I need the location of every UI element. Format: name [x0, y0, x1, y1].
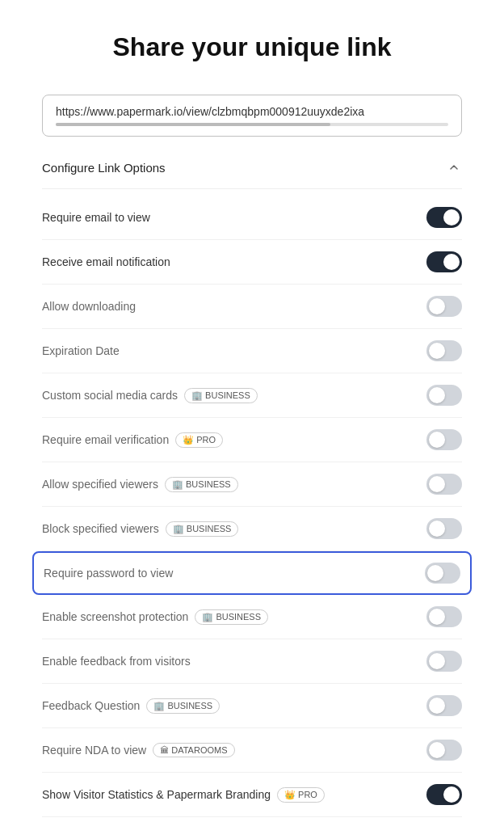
option-row-custom-social-media: Custom social media cards 🏢 BUSINESS	[42, 373, 462, 418]
url-scrollbar-thumb	[56, 123, 330, 126]
config-section: Configure Link Options Require email to …	[42, 159, 462, 817]
toggle-custom-social-media[interactable]	[426, 385, 462, 406]
option-label-require-password: Require password to view	[44, 567, 173, 580]
option-left: Receive email notification	[42, 255, 426, 268]
badge-business-social: 🏢 BUSINESS	[184, 388, 258, 403]
option-label-feedback-question: Feedback Question	[42, 699, 140, 712]
badge-business-screenshot: 🏢 BUSINESS	[195, 609, 268, 625]
option-left: Enable screenshot protection 🏢 BUSINESS	[42, 609, 426, 625]
option-left: Require NDA to view 🏛 DATAROOMS	[42, 743, 426, 757]
toggle-require-email[interactable]	[426, 207, 462, 228]
option-row-screenshot-protection: Enable screenshot protection 🏢 BUSINESS	[42, 595, 462, 639]
option-row-block-specified-viewers: Block specified viewers 🏢 BUSINESS	[42, 507, 462, 551]
config-title: Configure Link Options	[42, 161, 166, 175]
option-left: Allow specified viewers 🏢 BUSINESS	[42, 477, 426, 492]
option-left: Allow downloading	[42, 300, 426, 313]
toggle-allow-downloading[interactable]	[426, 296, 462, 317]
toggle-require-password[interactable]	[425, 563, 460, 584]
option-left: Feedback Question 🏢 BUSINESS	[42, 698, 426, 714]
option-row-feedback-question: Feedback Question 🏢 BUSINESS	[42, 684, 462, 728]
option-row-allow-specified-viewers: Allow specified viewers 🏢 BUSINESS	[42, 462, 462, 507]
option-label-require-nda: Require NDA to view	[42, 744, 146, 757]
url-container: https://www.papermark.io/view/clzbmqbpm0…	[42, 95, 462, 137]
option-left: Show Visitor Statistics & Papermark Bran…	[42, 787, 426, 803]
option-label-enable-feedback: Enable feedback from visitors	[42, 655, 191, 668]
option-label-receive-email: Receive email notification	[42, 255, 170, 268]
option-row-email-verification: Require email verification 👑 PRO	[42, 418, 462, 462]
page-wrapper: Share your unique link https://www.paper…	[0, 0, 504, 839]
option-row-require-nda: Require NDA to view 🏛 DATAROOMS	[42, 728, 462, 773]
option-row-allow-downloading: Allow downloading	[42, 285, 462, 329]
option-row-require-email: Require email to view	[42, 196, 462, 240]
option-label-allow-downloading: Allow downloading	[42, 300, 136, 313]
option-row-require-password: Require password to view	[32, 551, 472, 595]
option-row-enable-feedback: Enable feedback from visitors	[42, 639, 462, 684]
toggle-email-verification[interactable]	[426, 429, 462, 450]
option-label-email-verification: Require email verification	[42, 433, 169, 446]
option-label-screenshot-protection: Enable screenshot protection	[42, 610, 188, 623]
badge-business-block: 🏢 BUSINESS	[166, 521, 239, 537]
toggle-receive-email[interactable]	[426, 251, 462, 272]
toggle-block-specified-viewers[interactable]	[426, 518, 462, 539]
toggle-enable-feedback[interactable]	[426, 651, 462, 672]
toggle-screenshot-protection[interactable]	[426, 606, 462, 627]
badge-pro-statistics: 👑 PRO	[277, 787, 325, 803]
badge-business-feedback: 🏢 BUSINESS	[146, 698, 220, 714]
config-header: Configure Link Options	[42, 159, 462, 189]
toggle-require-nda[interactable]	[426, 740, 462, 761]
toggle-expiration-date[interactable]	[426, 340, 462, 361]
option-row-visitor-statistics: Show Visitor Statistics & Papermark Bran…	[42, 773, 462, 817]
option-row-receive-email: Receive email notification	[42, 240, 462, 285]
toggle-visitor-statistics[interactable]	[426, 784, 462, 805]
option-label-require-email: Require email to view	[42, 211, 150, 224]
option-left: Require email verification 👑 PRO	[42, 432, 426, 448]
option-label-allow-specified-viewers: Allow specified viewers	[42, 478, 158, 491]
option-label-visitor-statistics: Show Visitor Statistics & Papermark Bran…	[42, 788, 271, 801]
option-left: Block specified viewers 🏢 BUSINESS	[42, 521, 426, 537]
option-left: Require email to view	[42, 211, 426, 224]
url-text: https://www.papermark.io/view/clzbmqbpm0…	[56, 105, 448, 118]
badge-datarooms-nda: 🏛 DATAROOMS	[153, 743, 234, 757]
page-title: Share your unique link	[113, 32, 392, 62]
option-label-custom-social-media: Custom social media cards	[42, 389, 178, 402]
chevron-up-icon[interactable]	[446, 159, 462, 175]
option-left: Enable feedback from visitors	[42, 655, 426, 668]
badge-business-viewers: 🏢 BUSINESS	[165, 477, 238, 492]
option-label-block-specified-viewers: Block specified viewers	[42, 522, 159, 535]
toggle-allow-specified-viewers[interactable]	[426, 474, 462, 495]
toggle-feedback-question[interactable]	[426, 695, 462, 716]
option-left: Expiration Date	[42, 344, 426, 357]
option-left: Custom social media cards 🏢 BUSINESS	[42, 388, 426, 403]
url-scrollbar	[56, 123, 448, 126]
badge-pro-verification: 👑 PRO	[175, 432, 223, 448]
option-row-expiration-date: Expiration Date	[42, 329, 462, 373]
option-left: Require password to view	[44, 567, 425, 580]
option-label-expiration-date: Expiration Date	[42, 344, 120, 357]
